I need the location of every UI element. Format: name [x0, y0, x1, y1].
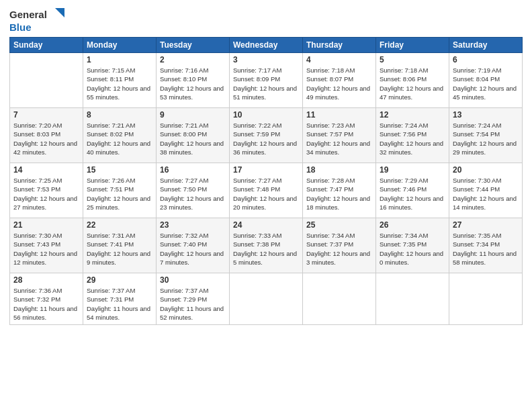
day-number: 28: [13, 275, 79, 285]
calendar-cell: 18Sunrise: 7:28 AMSunset: 7:47 PMDayligh…: [303, 163, 376, 218]
day-detail: Sunrise: 7:37 AMSunset: 7:31 PMDaylight:…: [87, 286, 152, 322]
calendar-cell: 26Sunrise: 7:34 AMSunset: 7:35 PMDayligh…: [376, 218, 449, 273]
day-number: 5: [380, 55, 445, 64]
day-detail: Sunrise: 7:22 AMSunset: 7:59 PMDaylight:…: [233, 121, 299, 156]
day-detail: Sunrise: 7:17 AMSunset: 8:09 PMDaylight:…: [233, 66, 299, 101]
calendar-cell: 4Sunrise: 7:18 AMSunset: 8:07 PMDaylight…: [303, 53, 376, 108]
calendar-cell: 9Sunrise: 7:21 AMSunset: 8:00 PMDaylight…: [157, 108, 230, 163]
day-detail: Sunrise: 7:28 AMSunset: 7:47 PMDaylight:…: [306, 176, 372, 212]
day-detail: Sunrise: 7:35 AMSunset: 7:34 PMDaylight:…: [453, 231, 519, 267]
calendar-cell: 3Sunrise: 7:17 AMSunset: 8:09 PMDaylight…: [230, 53, 303, 108]
calendar-cell: [376, 273, 449, 325]
day-number: 29: [87, 275, 152, 285]
calendar-cell: 30Sunrise: 7:37 AMSunset: 7:29 PMDayligh…: [157, 273, 230, 325]
weekday-header: Thursday: [303, 38, 376, 53]
day-detail: Sunrise: 7:21 AMSunset: 8:00 PMDaylight:…: [160, 121, 226, 156]
calendar-cell: 7Sunrise: 7:20 AMSunset: 8:03 PMDaylight…: [10, 108, 83, 163]
calendar-cell: [303, 273, 376, 325]
day-detail: Sunrise: 7:24 AMSunset: 7:54 PMDaylight:…: [453, 121, 519, 156]
calendar-cell: 24Sunrise: 7:33 AMSunset: 7:38 PMDayligh…: [230, 218, 303, 273]
day-detail: Sunrise: 7:34 AMSunset: 7:37 PMDaylight:…: [306, 231, 372, 267]
day-number: 14: [13, 165, 79, 175]
day-detail: Sunrise: 7:23 AMSunset: 7:57 PMDaylight:…: [306, 121, 372, 156]
calendar-cell: 5Sunrise: 7:18 AMSunset: 8:06 PMDaylight…: [376, 53, 449, 108]
day-detail: Sunrise: 7:24 AMSunset: 7:56 PMDaylight:…: [380, 121, 445, 156]
day-number: 11: [306, 110, 372, 120]
logo-text-blue: Blue: [9, 21, 32, 33]
page-header: General Blue: [9, 7, 523, 33]
calendar-cell: 15Sunrise: 7:26 AMSunset: 7:51 PMDayligh…: [83, 163, 157, 218]
calendar-cell: 19Sunrise: 7:29 AMSunset: 7:46 PMDayligh…: [376, 163, 449, 218]
day-number: 24: [233, 220, 299, 230]
day-number: 20: [453, 165, 519, 175]
logo: General Blue: [9, 7, 64, 33]
day-detail: Sunrise: 7:34 AMSunset: 7:35 PMDaylight:…: [380, 231, 445, 267]
day-detail: Sunrise: 7:31 AMSunset: 7:41 PMDaylight:…: [87, 231, 152, 267]
calendar-cell: [10, 53, 83, 108]
day-detail: Sunrise: 7:20 AMSunset: 8:03 PMDaylight:…: [13, 121, 79, 156]
day-detail: Sunrise: 7:25 AMSunset: 7:53 PMDaylight:…: [13, 176, 79, 212]
day-number: 27: [453, 220, 519, 230]
calendar-cell: 8Sunrise: 7:21 AMSunset: 8:02 PMDaylight…: [83, 108, 157, 163]
svg-marker-0: [55, 8, 64, 17]
calendar-cell: 11Sunrise: 7:23 AMSunset: 7:57 PMDayligh…: [303, 108, 376, 163]
day-number: 6: [453, 55, 519, 64]
day-number: 16: [160, 165, 226, 175]
day-number: 22: [87, 220, 152, 230]
day-number: 21: [13, 220, 79, 230]
weekday-header: Saturday: [449, 38, 523, 53]
calendar-cell: 14Sunrise: 7:25 AMSunset: 7:53 PMDayligh…: [10, 163, 83, 218]
day-number: 8: [87, 110, 152, 120]
weekday-header: Sunday: [10, 38, 83, 53]
day-number: 12: [380, 110, 445, 120]
calendar-cell: 20Sunrise: 7:30 AMSunset: 7:44 PMDayligh…: [449, 163, 523, 218]
day-number: 30: [160, 275, 226, 285]
calendar-cell: 29Sunrise: 7:37 AMSunset: 7:31 PMDayligh…: [83, 273, 157, 325]
calendar-cell: 1Sunrise: 7:15 AMSunset: 8:11 PMDaylight…: [83, 53, 157, 108]
day-number: 15: [87, 165, 152, 175]
day-detail: Sunrise: 7:18 AMSunset: 8:07 PMDaylight:…: [306, 66, 372, 101]
day-number: 19: [380, 165, 445, 175]
day-number: 9: [160, 110, 226, 120]
calendar-cell: [449, 273, 523, 325]
calendar-cell: 10Sunrise: 7:22 AMSunset: 7:59 PMDayligh…: [230, 108, 303, 163]
logo-arrow-icon: [50, 7, 64, 21]
day-number: 23: [160, 220, 226, 230]
calendar-cell: 13Sunrise: 7:24 AMSunset: 7:54 PMDayligh…: [449, 108, 523, 163]
day-number: 13: [453, 110, 519, 120]
day-detail: Sunrise: 7:27 AMSunset: 7:50 PMDaylight:…: [160, 176, 226, 212]
day-detail: Sunrise: 7:15 AMSunset: 8:11 PMDaylight:…: [87, 66, 152, 101]
day-number: 10: [233, 110, 299, 120]
day-detail: Sunrise: 7:36 AMSunset: 7:32 PMDaylight:…: [13, 286, 79, 322]
day-number: 2: [160, 55, 226, 64]
calendar-cell: 28Sunrise: 7:36 AMSunset: 7:32 PMDayligh…: [10, 273, 83, 325]
day-detail: Sunrise: 7:18 AMSunset: 8:06 PMDaylight:…: [380, 66, 445, 101]
day-detail: Sunrise: 7:19 AMSunset: 8:04 PMDaylight:…: [453, 66, 519, 101]
calendar-header-row: SundayMondayTuesdayWednesdayThursdayFrid…: [10, 38, 523, 53]
day-detail: Sunrise: 7:27 AMSunset: 7:48 PMDaylight:…: [233, 176, 299, 212]
calendar-cell: 27Sunrise: 7:35 AMSunset: 7:34 PMDayligh…: [449, 218, 523, 273]
weekday-header: Monday: [83, 38, 157, 53]
calendar-cell: 12Sunrise: 7:24 AMSunset: 7:56 PMDayligh…: [376, 108, 449, 163]
calendar-cell: 22Sunrise: 7:31 AMSunset: 7:41 PMDayligh…: [83, 218, 157, 273]
day-detail: Sunrise: 7:37 AMSunset: 7:29 PMDaylight:…: [160, 286, 226, 322]
day-number: 26: [380, 220, 445, 230]
weekday-header: Friday: [376, 38, 449, 53]
day-detail: Sunrise: 7:30 AMSunset: 7:43 PMDaylight:…: [13, 231, 79, 267]
calendar-table: SundayMondayTuesdayWednesdayThursdayFrid…: [9, 37, 523, 325]
calendar-cell: 23Sunrise: 7:32 AMSunset: 7:40 PMDayligh…: [157, 218, 230, 273]
day-detail: Sunrise: 7:21 AMSunset: 8:02 PMDaylight:…: [87, 121, 152, 156]
calendar-cell: 25Sunrise: 7:34 AMSunset: 7:37 PMDayligh…: [303, 218, 376, 273]
day-detail: Sunrise: 7:26 AMSunset: 7:51 PMDaylight:…: [87, 176, 152, 212]
calendar-cell: 6Sunrise: 7:19 AMSunset: 8:04 PMDaylight…: [449, 53, 523, 108]
calendar-cell: [230, 273, 303, 325]
weekday-header: Tuesday: [157, 38, 230, 53]
day-detail: Sunrise: 7:32 AMSunset: 7:40 PMDaylight:…: [160, 231, 226, 267]
day-detail: Sunrise: 7:30 AMSunset: 7:44 PMDaylight:…: [453, 176, 519, 212]
day-detail: Sunrise: 7:29 AMSunset: 7:46 PMDaylight:…: [380, 176, 445, 212]
day-number: 25: [306, 220, 372, 230]
day-number: 3: [233, 55, 299, 64]
calendar-cell: 16Sunrise: 7:27 AMSunset: 7:50 PMDayligh…: [157, 163, 230, 218]
weekday-header: Wednesday: [230, 38, 303, 53]
day-number: 17: [233, 165, 299, 175]
